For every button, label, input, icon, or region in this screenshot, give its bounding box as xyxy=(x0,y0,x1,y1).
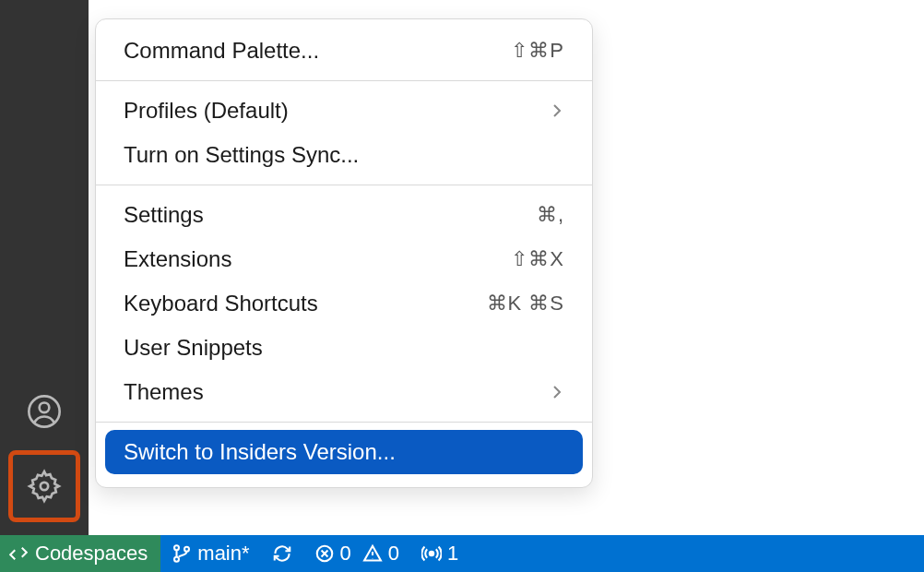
activity-bar xyxy=(0,0,89,535)
menu-item-switch-insiders[interactable]: Switch to Insiders Version... xyxy=(105,430,583,474)
remote-icon xyxy=(9,544,28,563)
chevron-right-icon xyxy=(550,379,564,405)
gear-icon[interactable] xyxy=(18,460,70,512)
svg-point-5 xyxy=(184,547,189,552)
status-ports-count: 1 xyxy=(447,542,458,566)
accounts-icon[interactable] xyxy=(18,386,70,437)
status-ports[interactable]: 1 xyxy=(410,535,469,572)
status-branch[interactable]: main* xyxy=(160,535,260,572)
status-codespaces-label: Codespaces xyxy=(35,542,148,566)
chevron-right-icon xyxy=(550,98,564,124)
svg-point-4 xyxy=(174,557,179,562)
menu-label: Themes xyxy=(124,379,204,405)
menu-label: Command Palette... xyxy=(124,38,319,64)
manage-context-menu: Command Palette... ⇧⌘P Profiles (Default… xyxy=(95,18,593,488)
status-codespaces[interactable]: Codespaces xyxy=(0,535,160,572)
menu-shortcut: ⇧⌘P xyxy=(511,39,564,63)
menu-item-command-palette[interactable]: Command Palette... ⇧⌘P xyxy=(96,29,592,73)
git-branch-icon xyxy=(172,543,192,564)
menu-label: Profiles (Default) xyxy=(124,98,289,124)
menu-separator xyxy=(96,185,592,185)
error-icon xyxy=(314,543,335,564)
status-warnings-count: 0 xyxy=(388,542,399,566)
broadcast-icon xyxy=(421,543,442,564)
menu-item-settings[interactable]: Settings ⌘, xyxy=(96,193,592,237)
svg-point-3 xyxy=(174,545,179,550)
menu-item-settings-sync[interactable]: Turn on Settings Sync... xyxy=(96,133,592,177)
menu-item-user-snippets[interactable]: User Snippets xyxy=(96,326,592,370)
menu-shortcut: ⌘K ⌘S xyxy=(487,292,564,316)
menu-label: Switch to Insiders Version... xyxy=(124,439,396,465)
sync-icon xyxy=(272,543,292,564)
menu-item-extensions[interactable]: Extensions ⇧⌘X xyxy=(96,237,592,281)
status-branch-label: main* xyxy=(197,542,249,566)
svg-point-2 xyxy=(41,483,48,490)
svg-point-1 xyxy=(40,403,50,413)
menu-separator xyxy=(96,422,592,423)
status-bar: Codespaces main* 0 0 1 xyxy=(0,535,924,572)
warning-icon xyxy=(362,543,383,564)
menu-item-profiles[interactable]: Profiles (Default) xyxy=(96,89,592,133)
menu-label: User Snippets xyxy=(124,335,263,361)
menu-item-keyboard-shortcuts[interactable]: Keyboard Shortcuts ⌘K ⌘S xyxy=(96,281,592,326)
status-sync[interactable] xyxy=(261,535,303,572)
manage-gear-highlight xyxy=(8,450,80,522)
menu-label: Turn on Settings Sync... xyxy=(124,142,359,168)
menu-shortcut: ⌘, xyxy=(537,203,564,227)
menu-shortcut: ⇧⌘X xyxy=(511,247,564,271)
menu-item-themes[interactable]: Themes xyxy=(96,370,592,414)
menu-label: Keyboard Shortcuts xyxy=(124,291,318,316)
menu-label: Extensions xyxy=(124,246,231,272)
svg-point-7 xyxy=(430,552,433,555)
status-problems[interactable]: 0 0 xyxy=(303,535,411,572)
menu-label: Settings xyxy=(124,202,204,228)
status-errors-count: 0 xyxy=(340,542,351,566)
menu-separator xyxy=(96,80,592,81)
